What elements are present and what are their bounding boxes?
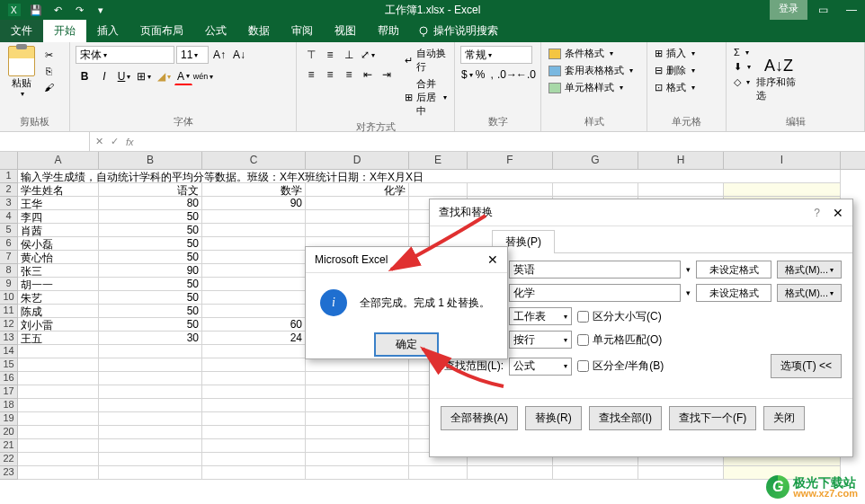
cell[interactable]: 胡一一 [18, 278, 99, 291]
format-cells-button[interactable]: ⊡ 格式▾ [653, 80, 720, 95]
cell[interactable] [306, 426, 409, 439]
col-header[interactable]: C [202, 152, 306, 169]
cell[interactable] [99, 385, 202, 399]
ok-button[interactable]: 确定 [374, 332, 439, 357]
cell[interactable] [638, 183, 724, 197]
menu-file[interactable]: 文件 [0, 20, 43, 42]
align-center-icon[interactable]: ≡ [321, 66, 339, 84]
col-header[interactable]: G [553, 152, 638, 169]
font-size-combo[interactable]: 11▾ [176, 46, 209, 64]
cell[interactable] [18, 412, 99, 426]
cell[interactable] [99, 439, 202, 453]
align-middle-icon[interactable]: ≡ [321, 46, 339, 64]
cell[interactable] [306, 385, 409, 399]
find-next-button[interactable]: 查找下一个(F) [669, 406, 756, 430]
cell[interactable]: 陈成 [18, 305, 99, 318]
cell[interactable] [18, 453, 99, 466]
conditional-format-button[interactable]: 条件格式▾ [547, 46, 641, 61]
cell[interactable]: 50 [99, 251, 202, 264]
cell[interactable]: 输入学生成绩，自动统计学科的平均分等数据。班级：X年X班统计日期：X年X月X日 [18, 170, 841, 183]
orientation-icon[interactable]: ⤢▾ [359, 46, 377, 64]
cell[interactable] [409, 466, 468, 480]
increase-font-icon[interactable]: A↑ [210, 46, 228, 64]
bold-button[interactable]: B [76, 67, 94, 85]
col-header[interactable]: B [99, 152, 202, 169]
row-header[interactable]: 8 [0, 264, 18, 278]
cell[interactable] [202, 264, 306, 278]
cell[interactable] [306, 466, 409, 480]
cell[interactable] [18, 385, 99, 399]
cell[interactable]: 50 [99, 237, 202, 251]
cell[interactable]: 学生姓名 [18, 183, 99, 197]
accept-formula-icon[interactable]: ✓ [111, 136, 119, 147]
cell[interactable] [409, 183, 468, 197]
cell[interactable]: 李四 [18, 210, 99, 224]
cell[interactable] [18, 439, 99, 453]
cell[interactable]: 50 [99, 305, 202, 318]
cell[interactable]: 50 [99, 291, 202, 305]
menu-home[interactable]: 开始 [43, 20, 86, 42]
cell[interactable]: 朱艺 [18, 291, 99, 305]
cell[interactable]: 语文 [99, 183, 202, 197]
menu-data[interactable]: 数据 [237, 20, 281, 42]
cell[interactable]: 80 [99, 197, 202, 210]
cell[interactable] [99, 358, 202, 372]
case-checkbox[interactable] [577, 311, 589, 323]
format-painter-icon[interactable]: 🖌 [41, 80, 56, 94]
percent-icon[interactable]: % [475, 66, 486, 84]
cell[interactable] [18, 426, 99, 439]
fx-icon[interactable]: fx [126, 137, 134, 147]
save-icon[interactable]: 💾 [27, 2, 45, 18]
cell[interactable] [202, 358, 306, 372]
row-header[interactable]: 11 [0, 305, 18, 318]
cell[interactable] [306, 439, 409, 453]
tell-me[interactable]: 操作说明搜索 [417, 23, 498, 39]
cell[interactable] [638, 466, 724, 480]
col-header[interactable]: E [409, 152, 468, 169]
cell[interactable]: 王华 [18, 197, 99, 210]
cut-icon[interactable]: ✂ [41, 48, 56, 62]
align-left-icon[interactable]: ≡ [302, 66, 320, 84]
cell[interactable] [202, 210, 306, 224]
cell[interactable]: 化学 [306, 183, 409, 197]
cell[interactable]: 50 [99, 278, 202, 291]
cell[interactable] [99, 426, 202, 439]
row-header[interactable]: 2 [0, 183, 18, 197]
col-header[interactable]: H [638, 152, 724, 169]
ribbon-options-icon[interactable]: ▭ [809, 0, 836, 20]
undo-icon[interactable]: ↶ [49, 2, 67, 18]
row-header[interactable]: 18 [0, 399, 18, 412]
chevron-down-icon[interactable]: ▾ [686, 265, 691, 274]
cell[interactable] [202, 345, 306, 358]
cell[interactable] [202, 305, 306, 318]
align-right-icon[interactable]: ≡ [340, 66, 358, 84]
cell[interactable] [18, 399, 99, 412]
cell[interactable] [99, 412, 202, 426]
copy-icon[interactable]: ⎘ [41, 64, 56, 78]
cell[interactable] [202, 372, 306, 385]
decrease-decimal-icon[interactable]: ←.0 [517, 66, 535, 84]
delete-cells-button[interactable]: ⊟ 删除▾ [653, 63, 720, 78]
cell[interactable]: 数学 [202, 183, 306, 197]
find-help-icon[interactable]: ? [814, 207, 820, 219]
menu-view[interactable]: 视图 [324, 20, 367, 42]
font-name-combo[interactable]: 宋体▾ [76, 46, 174, 64]
cell[interactable] [99, 453, 202, 466]
search-select[interactable]: 按行▾ [509, 331, 572, 349]
cell[interactable] [468, 466, 553, 480]
cell[interactable] [18, 372, 99, 385]
wrap-text-button[interactable]: ↵ 自动换行 [403, 46, 449, 75]
col-header[interactable]: F [468, 152, 553, 169]
menu-review[interactable]: 审阅 [281, 20, 324, 42]
find-format-button[interactable]: 格式(M)...▾ [777, 261, 842, 279]
table-format-button[interactable]: 套用表格格式▾ [547, 63, 641, 78]
col-header[interactable]: A [18, 152, 99, 169]
row-header[interactable]: 6 [0, 237, 18, 251]
row-header[interactable]: 14 [0, 345, 18, 358]
row-header[interactable]: 3 [0, 197, 18, 210]
cell[interactable] [18, 358, 99, 372]
row-header[interactable]: 7 [0, 251, 18, 264]
cell[interactable] [306, 453, 409, 466]
cell[interactable] [553, 466, 638, 480]
cell[interactable] [99, 372, 202, 385]
